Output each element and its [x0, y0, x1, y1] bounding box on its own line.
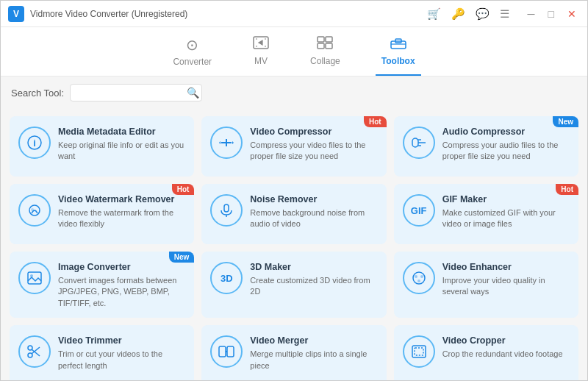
tool-name-video-cropper: Video Cropper — [442, 335, 570, 346]
minimize-button[interactable]: ─ — [524, 7, 539, 21]
chat-icon[interactable]: 💬 — [476, 7, 490, 21]
menu-icon[interactable]: ☰ — [500, 7, 509, 21]
converter-icon: ⊙ — [186, 36, 198, 54]
tool-info-gif-maker: GIF MakerMake customized GIF with your v… — [442, 194, 570, 230]
svg-point-27 — [417, 279, 420, 282]
tool-desc-video-compressor: Compress your video files to the proper … — [250, 140, 377, 163]
tool-card-video-watermark[interactable]: HotVideo Watermark RemoverRemove the wat… — [10, 184, 194, 244]
search-icon[interactable]: 🔍 — [187, 87, 199, 99]
app-title: Vidmore Video Converter (Unregistered) — [30, 9, 187, 19]
titlebar-actions: 🛒 🔑 💬 ☰ ─ □ ✕ — [427, 7, 580, 21]
search-input[interactable] — [76, 88, 187, 98]
tools-grid-wrapper: iMedia Metadata EditorKeep original file… — [1, 109, 587, 381]
tab-converter-label: Converter — [173, 57, 212, 67]
tab-collage-label: Collage — [310, 56, 340, 66]
svg-rect-2 — [326, 37, 332, 42]
tool-info-video-compressor: Video CompressorCompress your video file… — [250, 127, 377, 163]
tool-card-3d-maker[interactable]: 3D3D MakerCreate customized 3D video fro… — [201, 252, 386, 318]
tool-desc-video-trimmer: Trim or cut your videos to the perfect l… — [58, 349, 185, 371]
badge-image-converter: New — [169, 252, 195, 263]
svg-point-19 — [31, 208, 34, 211]
tool-card-video-compressor[interactable]: HotVideo CompressorCompress your video f… — [201, 116, 386, 177]
mv-icon — [253, 36, 269, 53]
tool-icon-video-enhancer — [403, 262, 435, 294]
badge-audio-compressor: New — [553, 116, 578, 127]
tool-info-media-metadata: Media Metadata EditorKeep original file … — [58, 127, 185, 163]
tool-desc-media-metadata: Keep original file info or edit as you w… — [58, 140, 185, 163]
tool-card-audio-compressor[interactable]: NewAudio CompressorCompress your audio f… — [394, 116, 578, 177]
tool-icon-video-watermark — [18, 194, 51, 227]
tool-name-gif-maker: GIF Maker — [442, 194, 570, 204]
tool-desc-video-merger: Merge multiple clips into a single piece — [250, 349, 377, 371]
tool-desc-video-watermark: Remove the watermark from the video flex… — [58, 207, 185, 230]
tool-info-noise-remover: Noise RemoverRemove background noise fro… — [250, 194, 377, 230]
key-icon[interactable]: 🔑 — [451, 7, 465, 21]
tool-info-video-watermark: Video Watermark RemoverRemove the waterm… — [58, 194, 185, 230]
collage-icon — [317, 36, 333, 53]
tool-name-video-trimmer: Video Trimmer — [58, 335, 185, 346]
tool-name-media-metadata: Media Metadata Editor — [58, 127, 185, 137]
tool-card-noise-remover[interactable]: Noise RemoverRemove background noise fro… — [201, 184, 386, 244]
window-controls: ─ □ ✕ — [524, 7, 580, 21]
tool-card-video-merger[interactable]: Video MergerMerge multiple clips into a … — [201, 325, 386, 381]
badge-gif-maker: Hot — [556, 184, 578, 195]
tool-desc-gif-maker: Make customized GIF with your video or i… — [442, 207, 570, 230]
tab-mv-label: MV — [254, 56, 268, 66]
tab-toolbox-label: Toolbox — [381, 56, 415, 66]
tool-icon-video-compressor — [210, 127, 243, 159]
tool-info-video-trimmer: Video TrimmerTrim or cut your videos to … — [58, 335, 185, 371]
search-input-wrap: 🔍 — [70, 84, 202, 102]
tool-name-video-enhancer: Video Enhancer — [442, 262, 570, 272]
tool-icon-noise-remover — [210, 194, 243, 227]
tool-desc-video-enhancer: Improve your video quality in several wa… — [442, 275, 570, 298]
svg-marker-12 — [219, 141, 220, 144]
tool-card-video-trimmer[interactable]: Video TrimmerTrim or cut your videos to … — [10, 325, 194, 381]
tab-converter[interactable]: ⊙ Converter — [167, 33, 218, 76]
tools-grid: iMedia Metadata EditorKeep original file… — [10, 116, 578, 381]
svg-rect-33 — [227, 346, 234, 357]
content-area: iMedia Metadata EditorKeep original file… — [1, 109, 587, 381]
tool-name-audio-compressor: Audio Compressor — [442, 127, 570, 137]
tool-icon-gif-maker: GIF — [403, 194, 435, 227]
tab-collage[interactable]: Collage — [304, 33, 346, 76]
tool-desc-image-converter: Convert images formats between JPG/JPEG,… — [58, 275, 185, 309]
svg-rect-20 — [224, 204, 229, 212]
tool-desc-audio-compressor: Compress your audio files to the proper … — [442, 140, 570, 163]
badge-video-compressor: Hot — [364, 116, 387, 127]
tool-name-image-converter: Image Converter — [58, 262, 185, 272]
tool-info-3d-maker: 3D MakerCreate customized 3D video from … — [250, 262, 377, 298]
tab-toolbox[interactable]: Toolbox — [376, 33, 421, 76]
tool-icon-video-merger — [210, 335, 243, 368]
tool-card-video-enhancer[interactable]: Video EnhancerImprove your video quality… — [394, 252, 578, 318]
svg-marker-13 — [232, 141, 234, 144]
tool-icon-video-trimmer — [18, 335, 51, 368]
svg-rect-1 — [318, 37, 324, 42]
tool-name-video-compressor: Video Compressor — [250, 127, 377, 137]
badge-video-watermark: Hot — [172, 184, 195, 195]
search-label: Search Tool: — [11, 88, 64, 99]
svg-rect-4 — [326, 43, 332, 49]
svg-rect-14 — [412, 138, 418, 147]
tool-name-3d-maker: 3D Maker — [250, 262, 377, 272]
tool-info-video-cropper: Video CropperCrop the redundant video fo… — [442, 335, 570, 360]
tool-name-video-watermark: Video Watermark Remover — [58, 194, 185, 204]
svg-rect-36 — [415, 348, 423, 355]
tool-card-media-metadata[interactable]: iMedia Metadata EditorKeep original file… — [10, 116, 194, 177]
toolbox-icon — [390, 36, 406, 53]
tool-card-video-cropper[interactable]: Video CropperCrop the redundant video fo… — [394, 325, 578, 381]
cart-icon[interactable]: 🛒 — [427, 7, 441, 21]
tool-info-video-enhancer: Video EnhancerImprove your video quality… — [442, 262, 570, 298]
tool-desc-noise-remover: Remove background noise from audio of vi… — [250, 207, 377, 230]
tool-desc-video-cropper: Crop the redundant video footage — [442, 349, 570, 360]
tool-info-audio-compressor: Audio CompressorCompress your audio file… — [442, 127, 570, 163]
tab-mv[interactable]: MV — [247, 33, 275, 76]
tool-card-gif-maker[interactable]: HotGIFGIF MakerMake customized GIF with … — [394, 184, 578, 244]
search-bar: Search Tool: 🔍 — [1, 76, 587, 109]
tool-icon-media-metadata: i — [18, 127, 51, 159]
tool-icon-video-cropper — [403, 335, 435, 368]
tool-name-noise-remover: Noise Remover — [250, 194, 377, 204]
close-button[interactable]: ✕ — [564, 7, 580, 21]
tool-card-image-converter[interactable]: NewImage ConverterConvert images formats… — [10, 252, 194, 318]
maximize-button[interactable]: □ — [545, 7, 558, 21]
svg-rect-22 — [28, 272, 41, 284]
